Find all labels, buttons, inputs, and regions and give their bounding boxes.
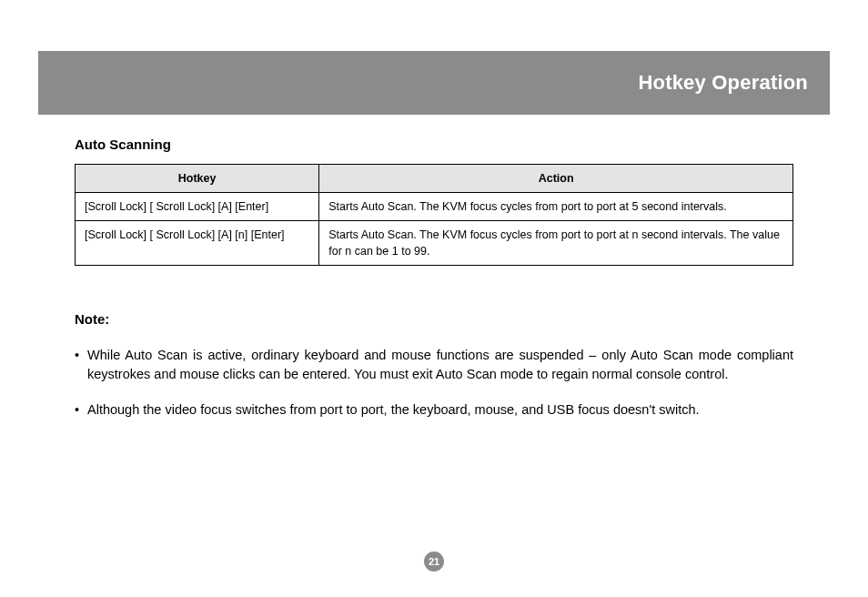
hotkey-table: Hotkey Action [Scroll Lock] [ Scroll Loc…	[75, 164, 793, 267]
cell-action: Starts Auto Scan. The KVM focus cycles f…	[319, 192, 793, 220]
table-row: [Scroll Lock] [ Scroll Lock] [A] [n] [En…	[76, 221, 793, 266]
section-title: Auto Scanning	[75, 135, 793, 155]
table-header-action: Action	[319, 164, 793, 192]
note-list: • While Auto Scan is active, ordinary ke…	[75, 346, 793, 420]
header-bar: Hotkey Operation	[38, 51, 830, 115]
note-text: While Auto Scan is active, ordinary keyb…	[87, 348, 793, 381]
cell-hotkey: [Scroll Lock] [ Scroll Lock] [A] [Enter]	[76, 192, 319, 220]
bullet-icon: •	[75, 346, 79, 365]
cell-action: Starts Auto Scan. The KVM focus cycles f…	[319, 221, 793, 266]
page-number-badge: 21	[424, 551, 444, 572]
list-item: • Although the video focus switches from…	[75, 400, 793, 420]
list-item: • While Auto Scan is active, ordinary ke…	[75, 346, 793, 384]
page-number-container: 21	[0, 551, 868, 572]
note-text: Although the video focus switches from p…	[87, 402, 700, 417]
cell-hotkey: [Scroll Lock] [ Scroll Lock] [A] [n] [En…	[76, 221, 319, 266]
table-header-row: Hotkey Action	[76, 164, 793, 192]
content-area: Auto Scanning Hotkey Action [Scroll Lock…	[75, 127, 793, 436]
bullet-icon: •	[75, 400, 79, 420]
note-title: Note:	[75, 309, 793, 329]
table-row: [Scroll Lock] [ Scroll Lock] [A] [Enter]…	[76, 192, 793, 220]
document-page: Hotkey Operation Auto Scanning Hotkey Ac…	[0, 0, 868, 597]
page-number-value: 21	[429, 556, 439, 567]
header-title: Hotkey Operation	[638, 71, 808, 95]
table-header-hotkey: Hotkey	[76, 164, 319, 192]
